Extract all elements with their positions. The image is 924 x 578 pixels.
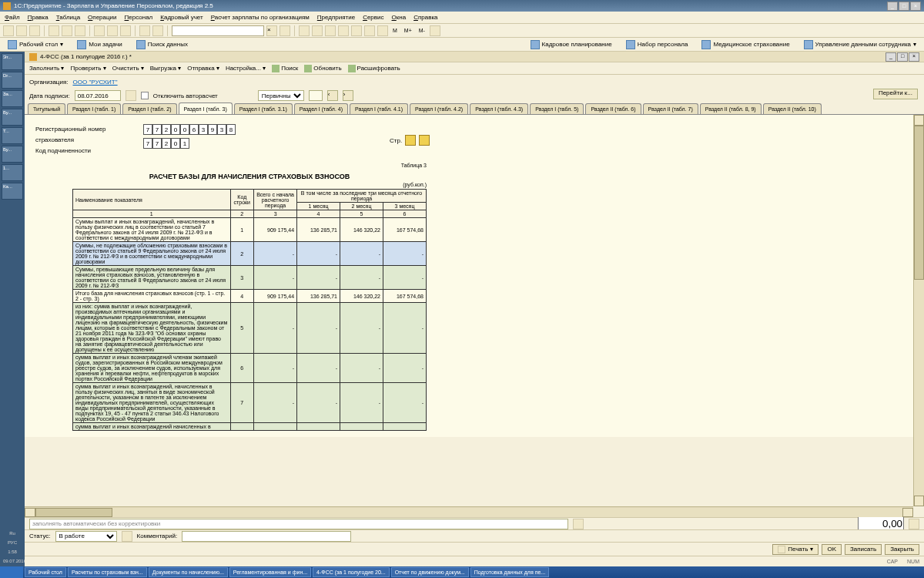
section-tab-11[interactable]: Раздел II (табл. 7) — [643, 103, 698, 114]
taskbar-item-4[interactable]: 4-ФСС (за 1 полугодие 20... — [313, 567, 390, 577]
section-tab-9[interactable]: Раздел I (табл. 5) — [530, 103, 584, 114]
digits1-4[interactable]: 0 — [180, 124, 189, 135]
toolbar-f4-icon[interactable] — [338, 25, 349, 36]
table-row-7[interactable]: сумма выплат и иных вознаграждений начис… — [73, 423, 427, 431]
autofill-option-input[interactable] — [29, 519, 568, 529]
digits1-2[interactable]: 2 — [162, 124, 171, 135]
row-val-1[interactable]: - — [297, 242, 340, 266]
digits2-3[interactable]: 0 — [171, 138, 180, 149]
close-button[interactable]: × — [910, 2, 921, 11]
toolbar-dropdown-icon[interactable] — [430, 25, 440, 36]
toolbar-print-icon[interactable] — [94, 25, 105, 36]
section-tab-13[interactable]: Раздел II (табл. 10) — [763, 103, 822, 114]
doc-action-4[interactable]: Отправка ▾ — [187, 65, 219, 72]
digits1-3[interactable]: 0 — [171, 124, 180, 135]
side-tab-2[interactable]: За... — [2, 90, 23, 107]
table-row-4[interactable]: из них: сумма выплат и иных вознагражден… — [73, 303, 427, 354]
row-val-1[interactable]: - — [297, 354, 340, 383]
table-row-5[interactable]: сумма выплат и иных вознаграждений члена… — [73, 354, 427, 383]
digits1-7[interactable]: 9 — [208, 124, 217, 135]
digits1-0[interactable]: 7 — [143, 124, 152, 135]
taskbar-item-1[interactable]: Расчеты по страховым взн... — [68, 567, 147, 577]
correction-num-input[interactable] — [309, 90, 323, 101]
menu-10[interactable]: Справка — [413, 14, 437, 21]
menu-6[interactable]: Расчет зарплаты по организациям — [211, 14, 310, 21]
toolbar-copy-icon[interactable] — [62, 25, 72, 36]
toolbar-f5-icon[interactable] — [351, 25, 362, 36]
row-val-2[interactable]: - — [340, 303, 383, 354]
toolbar-redo-icon[interactable] — [120, 25, 131, 36]
digits2-4[interactable]: 1 — [180, 138, 189, 149]
scroll-thumb-v[interactable] — [914, 126, 924, 280]
scroll-down-button[interactable] — [914, 496, 924, 506]
toolbar-open-icon[interactable] — [16, 25, 27, 36]
search-section[interactable]: Поиск данных — [132, 40, 192, 49]
toolbar-calc-icon[interactable] — [139, 25, 150, 36]
tasks-section[interactable]: Мои задачи — [72, 40, 127, 49]
doc-action-5[interactable]: Настройка... ▾ — [226, 65, 266, 72]
row-val-1[interactable]: 136 285,71 — [297, 290, 340, 303]
doc-action-0[interactable]: Заполнить ▾ — [29, 65, 65, 72]
row-val-1[interactable]: - — [297, 266, 340, 290]
side-tab-0[interactable]: Эт... — [2, 53, 23, 70]
scroll-up-button[interactable] — [914, 115, 924, 126]
taskbar-item-2[interactable]: Документы по начислению... — [149, 567, 228, 577]
section-tab-4[interactable]: Раздел I (табл. 3.1) — [234, 103, 293, 114]
scroll-right-button[interactable] — [902, 508, 913, 517]
primary-select[interactable]: Первичный — [258, 90, 304, 101]
disable-autocalc-checkbox[interactable] — [141, 92, 149, 99]
doc-maximize-button[interactable]: □ — [897, 52, 908, 62]
scroll-thumb-h[interactable] — [35, 508, 112, 517]
ok-button[interactable]: OK — [822, 544, 842, 555]
toolbar-date-icon[interactable] — [152, 25, 163, 36]
comment-input[interactable] — [182, 531, 351, 542]
start-button[interactable] — [0, 566, 23, 578]
doc-minimize-button[interactable]: _ — [886, 52, 896, 62]
row-val-2[interactable]: - — [340, 266, 383, 290]
row-val-0[interactable]: - — [254, 266, 297, 290]
org-link[interactable]: ООО "РУСХИТ" — [72, 79, 117, 86]
digits1-5[interactable]: 6 — [189, 124, 199, 135]
option-picker-icon[interactable] — [573, 519, 584, 529]
side-tab-6[interactable]: 1... — [2, 164, 23, 181]
section-tab-3[interactable]: Раздел I (табл. 3) — [179, 102, 233, 114]
section-tab-7[interactable]: Раздел I (табл. 4.2) — [410, 103, 468, 114]
page-box-1[interactable] — [405, 135, 416, 146]
digits2-1[interactable]: 7 — [152, 138, 162, 149]
row-val-3[interactable]: - — [383, 303, 426, 354]
doc-action-6[interactable]: Поиск — [272, 65, 298, 72]
row-val-2[interactable]: 146 320,22 — [340, 290, 383, 303]
doc-action-1[interactable]: Проверить ▾ — [71, 65, 106, 72]
menu-3[interactable]: Операции — [88, 14, 116, 21]
section-tab-12[interactable]: Раздел II (табл. 8, 9) — [700, 103, 762, 114]
nav-next-button[interactable]: › — [343, 90, 353, 101]
minimize-button[interactable]: _ — [887, 2, 898, 11]
toolbar-go-icon[interactable] — [280, 25, 290, 36]
table-row-1[interactable]: Суммы, не подлежащие обложению страховым… — [73, 242, 427, 266]
section-tab-0[interactable]: Титульный — [28, 103, 65, 114]
digits1-1[interactable]: 7 — [152, 124, 162, 135]
row-val-1[interactable]: - — [297, 303, 340, 354]
menu-5[interactable]: Кадровый учет — [160, 14, 203, 21]
toolbar-paste-icon[interactable] — [75, 25, 85, 36]
scrollbar-vertical[interactable] — [913, 115, 924, 506]
desktop-section[interactable]: Рабочий стол▾ — [3, 40, 68, 49]
digits1-8[interactable]: 3 — [217, 124, 226, 135]
doc-action-3[interactable]: Выгрузка ▾ — [150, 65, 181, 72]
row-val-1[interactable]: - — [297, 383, 340, 423]
planning-section[interactable]: Кадровое планирование — [526, 40, 617, 49]
mem-mminus[interactable]: M- — [417, 28, 427, 33]
table-row-0[interactable]: Суммы выплат и иных вознаграждений, начи… — [73, 218, 427, 242]
menu-1[interactable]: Правка — [28, 14, 49, 21]
doc-action-8[interactable]: Расшифровать — [348, 65, 400, 72]
doc-action-2[interactable]: Очистить ▾ — [112, 65, 144, 72]
status-refresh-icon[interactable] — [122, 531, 132, 542]
section-tab-1[interactable]: Раздел I (табл. 1) — [67, 103, 121, 114]
scroll-left-button[interactable] — [25, 508, 35, 517]
row-val-1[interactable] — [297, 423, 340, 431]
row-val-0[interactable]: - — [254, 354, 297, 383]
table-row-6[interactable]: сумма выплат и иных вознаграждений, начи… — [73, 383, 427, 423]
side-tab-7[interactable]: Ка... — [2, 183, 23, 200]
row-val-1[interactable]: 136 285,71 — [297, 218, 340, 242]
toolbar-f2-icon[interactable] — [312, 25, 323, 36]
